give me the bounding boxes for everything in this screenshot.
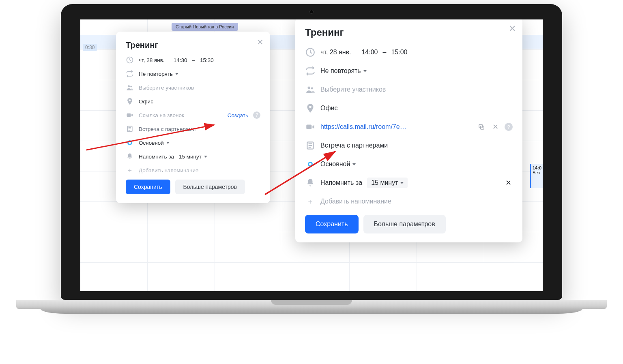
date-text: чт, 28 янв.: [320, 49, 351, 56]
svg-rect-10: [306, 125, 312, 129]
laptop-mockup: Старый Новый год в России 0:30 14:0 Без …: [61, 4, 562, 314]
description-text: Встреча с партнерами: [139, 126, 195, 132]
row-description[interactable]: Встреча с партнерами: [126, 124, 260, 133]
svg-point-2: [130, 86, 132, 88]
svg-point-3: [129, 99, 131, 101]
row-add-reminder[interactable]: ＋ Добавить напоминание: [305, 196, 513, 207]
time-sep: –: [383, 49, 387, 56]
repeat-icon: [305, 66, 316, 76]
calendar-color-icon: [126, 140, 134, 145]
row-call-link: https://calls.mail.ru/room/7e… ✕ ?: [305, 122, 513, 132]
reminder-value-select[interactable]: 15 минут: [179, 154, 207, 160]
reminder-prefix: Напомнить за: [139, 154, 174, 160]
calendar-holiday-pill[interactable]: Старый Новый год в России: [172, 23, 238, 31]
row-call-link: Ссылка на звонок Создать ?: [126, 111, 260, 120]
create-link[interactable]: Создать: [228, 112, 248, 118]
svg-point-8: [311, 87, 313, 89]
reminder-value-select[interactable]: 15 минут: [367, 178, 408, 188]
remove-reminder-icon[interactable]: ✕: [504, 178, 513, 187]
camera-dot: [309, 10, 314, 14]
close-icon[interactable]: ✕: [257, 38, 264, 46]
row-datetime[interactable]: чт, 28 янв. 14:30 – 15:30: [126, 56, 260, 64]
save-button[interactable]: Сохранить: [305, 215, 359, 233]
repeat-select[interactable]: Не повторять: [320, 67, 367, 75]
event-dialog-small: ✕ Тренинг чт, 28 янв. 14:30 – 15:30 Не п…: [116, 32, 270, 203]
clock-icon: [305, 47, 316, 58]
location-text: Офис: [139, 98, 153, 105]
help-icon[interactable]: ?: [253, 111, 260, 119]
row-calendar[interactable]: Основной: [126, 138, 260, 147]
plus-icon: ＋: [126, 166, 134, 175]
video-icon: [126, 111, 134, 119]
svg-point-7: [308, 86, 311, 89]
row-repeat[interactable]: Не повторять: [305, 66, 513, 76]
more-params-button[interactable]: Больше параметров: [363, 215, 446, 233]
svg-point-9: [309, 106, 312, 108]
row-participants[interactable]: Выберите участников: [126, 83, 260, 92]
people-icon: [126, 84, 134, 92]
description-text: Встреча с партнерами: [320, 142, 388, 149]
event-dialog-large: ✕ Тренинг чт, 28 янв. 14:00 – 15:00 Не п…: [295, 19, 522, 242]
calendar-side-event[interactable]: 14:0 Без: [530, 164, 543, 188]
participants-placeholder: Выберите участников: [139, 85, 194, 91]
svg-point-1: [128, 85, 130, 87]
repeat-icon: [126, 70, 134, 78]
bell-icon: [305, 178, 316, 188]
add-reminder-text: Добавить напоминание: [139, 167, 199, 173]
row-reminder[interactable]: Напомнить за 15 минут ✕: [305, 178, 513, 188]
calendar-select[interactable]: Основной: [320, 161, 356, 168]
calendar-select[interactable]: Основной: [139, 140, 170, 146]
save-button[interactable]: Сохранить: [126, 180, 170, 194]
calendar-color-icon: [305, 162, 316, 167]
time-end: 15:30: [200, 57, 214, 63]
row-repeat[interactable]: Не повторять: [126, 69, 260, 78]
time-start: 14:00: [361, 49, 378, 56]
row-location[interactable]: Офис: [126, 97, 260, 106]
help-icon[interactable]: ?: [505, 123, 513, 131]
people-icon: [305, 84, 316, 95]
location-text: Офис: [320, 105, 338, 112]
row-calendar[interactable]: Основной: [305, 159, 513, 169]
dialog-title[interactable]: Тренинг: [305, 27, 513, 38]
row-add-reminder[interactable]: ＋ Добавить напоминание: [126, 166, 260, 175]
side-event-time: 14:0: [533, 165, 543, 170]
laptop-bezel: Старый Новый год в России 0:30 14:0 Без …: [61, 4, 562, 300]
laptop-base: [61, 300, 562, 314]
side-event-title: Без: [533, 170, 543, 175]
note-icon: [126, 125, 134, 133]
copy-icon[interactable]: [477, 122, 486, 131]
plus-icon: ＋: [305, 197, 316, 206]
calendar-time-label: 0:30: [83, 44, 97, 51]
remove-link-icon[interactable]: ✕: [491, 122, 500, 131]
participants-placeholder: Выберите участников: [320, 86, 386, 93]
dialog-title[interactable]: Тренинг: [126, 41, 260, 50]
location-icon: [126, 97, 134, 105]
close-icon[interactable]: ✕: [509, 24, 516, 33]
reminder-prefix: Напомнить за: [320, 179, 362, 186]
video-icon: [305, 122, 316, 132]
repeat-select[interactable]: Не повторять: [139, 71, 178, 77]
time-start: 14:30: [174, 57, 187, 63]
more-params-button[interactable]: Больше параметров: [175, 180, 245, 194]
row-participants[interactable]: Выберите участников: [305, 84, 513, 95]
row-description[interactable]: Встреча с партнерами: [305, 140, 513, 151]
bell-icon: [126, 152, 134, 161]
add-reminder-text: Добавить напоминание: [320, 198, 391, 205]
call-link-label: Ссылка на звонок: [139, 112, 184, 118]
time-end: 15:00: [391, 49, 407, 56]
screen: Старый Новый год в России 0:30 14:0 Без …: [80, 19, 543, 291]
clock-icon: [126, 56, 134, 64]
row-location[interactable]: Офис: [305, 103, 513, 113]
date-text: чт, 28 янв.: [139, 57, 165, 63]
call-url[interactable]: https://calls.mail.ru/room/7e…: [320, 123, 406, 131]
note-icon: [305, 140, 316, 151]
row-datetime[interactable]: чт, 28 янв. 14:00 – 15:00: [305, 47, 513, 58]
row-reminder[interactable]: Напомнить за 15 минут: [126, 152, 260, 161]
time-sep: –: [192, 57, 195, 63]
location-icon: [305, 103, 316, 113]
svg-rect-4: [127, 113, 131, 117]
